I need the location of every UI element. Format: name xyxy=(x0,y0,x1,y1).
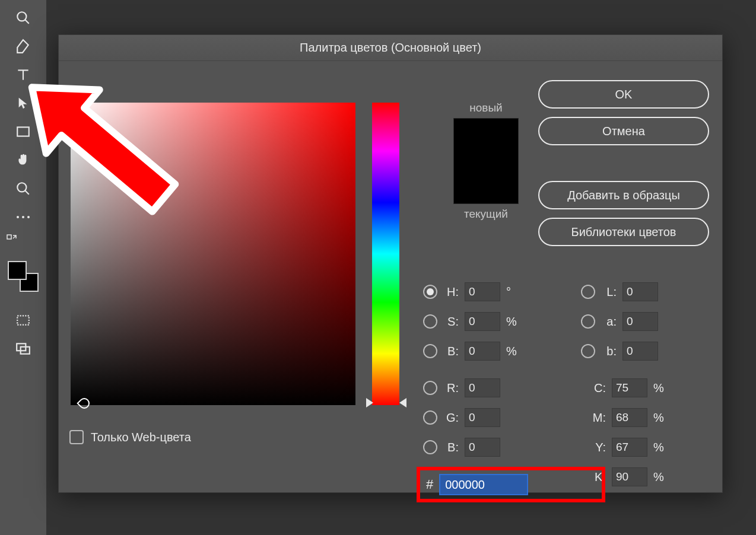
swap-colors-icon[interactable] xyxy=(6,234,18,248)
color-preview: новый текущий xyxy=(427,101,545,221)
checkbox-webonly[interactable] xyxy=(69,430,84,444)
unit-s: % xyxy=(506,315,518,329)
color-libraries-button[interactable]: Библиотеки цветов xyxy=(538,218,709,246)
label-b2: B: xyxy=(443,441,459,454)
hue-slider-handle-left-icon[interactable] xyxy=(366,398,373,407)
svg-point-0 xyxy=(17,12,26,21)
label-lab-b: b: xyxy=(601,345,617,358)
svg-rect-11 xyxy=(17,316,29,324)
rectangle-tool-icon[interactable] xyxy=(7,120,40,144)
label-h: H: xyxy=(443,285,459,299)
radio-g[interactable] xyxy=(423,410,437,425)
radio-a[interactable] xyxy=(581,314,595,329)
svg-point-7 xyxy=(17,216,19,218)
sb-cursor-icon xyxy=(77,396,91,410)
hand-tool-icon[interactable] xyxy=(7,148,40,172)
svg-point-9 xyxy=(27,216,30,218)
unit-y: % xyxy=(653,441,665,454)
pen-tool-icon[interactable] xyxy=(7,34,40,58)
input-g[interactable] xyxy=(465,408,500,427)
more-tools-icon[interactable] xyxy=(7,205,40,229)
label-L: L: xyxy=(601,285,617,299)
label-b: B: xyxy=(443,345,459,358)
unit-m: % xyxy=(653,411,665,425)
input-lab-b[interactable] xyxy=(622,342,658,361)
unit-k: % xyxy=(653,470,665,484)
zoom-tool-icon[interactable] xyxy=(7,177,40,200)
svg-point-5 xyxy=(17,183,26,192)
hsb-rgb-fields: H: ° S: % B: % R: xyxy=(423,281,586,458)
label-g: G: xyxy=(443,411,459,425)
svg-point-8 xyxy=(22,216,24,218)
dialog-body: новый текущий OK Отмена Добавить в образ… xyxy=(59,61,722,492)
radio-L[interactable] xyxy=(581,285,595,299)
radio-r[interactable] xyxy=(423,381,437,395)
input-C[interactable] xyxy=(612,378,647,397)
path-select-tool-icon[interactable] xyxy=(7,91,40,115)
radio-b[interactable] xyxy=(423,344,437,358)
input-L[interactable] xyxy=(622,282,658,301)
hue-slider[interactable] xyxy=(372,103,399,405)
lab-cmyk-fields: L: a: b: C: % M: % xyxy=(581,281,723,488)
dialog-title: Палитра цветов (Основной цвет) xyxy=(59,35,722,61)
color-swatches[interactable] xyxy=(7,260,40,293)
input-hex[interactable] xyxy=(439,474,528,495)
label-C: C: xyxy=(581,381,606,395)
label-a: a: xyxy=(601,315,617,329)
label-Y: Y: xyxy=(581,441,606,454)
magnify-tool-icon[interactable] xyxy=(7,6,40,30)
add-to-swatches-button[interactable]: Добавить в образцы xyxy=(538,181,709,209)
saturation-brightness-field[interactable] xyxy=(71,103,355,405)
screenmode-tool-icon[interactable] xyxy=(7,337,40,361)
input-a[interactable] xyxy=(622,312,658,331)
label-M: M: xyxy=(581,411,606,425)
web-only-row: Только Web-цвета xyxy=(69,430,191,444)
cancel-button[interactable]: Отмена xyxy=(538,117,709,145)
input-K[interactable] xyxy=(612,467,647,486)
color-picker-dialog: Палитра цветов (Основной цвет) новый тек… xyxy=(58,34,723,493)
label-r: R: xyxy=(443,381,459,395)
label-webonly: Только Web-цвета xyxy=(91,431,191,444)
hex-highlight-box: # xyxy=(417,467,605,502)
unit-c: % xyxy=(653,381,665,395)
svg-rect-4 xyxy=(17,127,29,136)
svg-rect-10 xyxy=(7,235,11,239)
input-b[interactable] xyxy=(465,342,500,361)
label-hash: # xyxy=(426,477,433,492)
input-Y[interactable] xyxy=(612,438,647,457)
quickmask-tool-icon[interactable] xyxy=(7,308,40,332)
input-s[interactable] xyxy=(465,312,500,331)
radio-b2[interactable] xyxy=(423,440,437,454)
input-r[interactable] xyxy=(465,378,500,397)
type-tool-icon[interactable] xyxy=(7,63,40,87)
unit-h: ° xyxy=(506,285,518,299)
label-s: S: xyxy=(443,315,459,329)
preview-swatch[interactable] xyxy=(453,118,519,204)
label-current: текущий xyxy=(427,208,545,221)
radio-lab-b[interactable] xyxy=(581,344,595,358)
label-new: новый xyxy=(427,101,545,114)
radio-s[interactable] xyxy=(423,314,437,329)
unit-b: % xyxy=(506,345,518,358)
tools-toolbar xyxy=(0,0,46,535)
svg-line-1 xyxy=(25,20,29,24)
radio-h[interactable] xyxy=(423,285,437,299)
svg-line-6 xyxy=(25,190,29,195)
input-b2[interactable] xyxy=(465,438,500,457)
ok-button[interactable]: OK xyxy=(538,80,709,109)
input-M[interactable] xyxy=(612,408,647,427)
foreground-color-swatch[interactable] xyxy=(8,261,27,280)
dialog-buttons: OK Отмена Добавить в образцы Библиотеки … xyxy=(538,80,709,246)
hue-slider-handle-right-icon[interactable] xyxy=(399,398,406,407)
input-h[interactable] xyxy=(465,282,500,301)
